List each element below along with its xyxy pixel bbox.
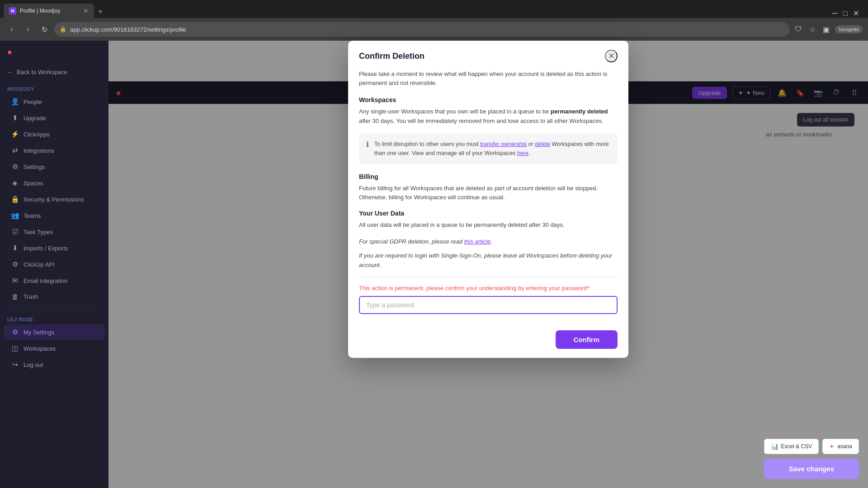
back-button[interactable]: ‹ xyxy=(5,23,18,36)
here-link[interactable]: here xyxy=(517,150,528,156)
password-label-text: This action is permanent, please confirm… xyxy=(359,285,587,291)
sidebar: ● ← Back to Workspace MOODJOY 👤 People ⬆… xyxy=(0,41,108,488)
trash-icon: 🗑 xyxy=(11,293,19,300)
tab-title: Profile | Moodjoy xyxy=(20,8,80,14)
save-changes-button[interactable]: Save changes xyxy=(764,459,859,479)
asana-icon: ✦ xyxy=(829,443,835,450)
logout-icon: ↪ xyxy=(11,361,19,369)
window-close-button[interactable]: ✕ xyxy=(853,9,859,18)
sidebar-item-task-types[interactable]: ☑ Task Types xyxy=(4,224,105,239)
email-icon: ✉ xyxy=(11,277,19,285)
userdata-section: Your User Data All user data will be pla… xyxy=(359,210,618,230)
integrations-icon: ⇄ xyxy=(11,146,19,155)
clickapps-icon: ⚡ xyxy=(11,130,19,138)
gdpr-article-link[interactable]: this article xyxy=(464,238,491,245)
sidebar-item-integrations[interactable]: ⇄ Integrations xyxy=(4,143,105,158)
password-section: This action is permanent, please confirm… xyxy=(359,285,618,314)
info-circle-icon: ℹ xyxy=(366,140,369,158)
minimize-button[interactable]: ─ xyxy=(832,9,838,18)
sidebar-item-label: ClickApps xyxy=(24,131,50,138)
new-tab-button[interactable]: + xyxy=(94,5,107,18)
tab-favicon: M xyxy=(9,7,16,14)
modal-footer: Confirm xyxy=(348,325,628,358)
sidebar-item-spaces[interactable]: ◈ Spaces xyxy=(4,175,105,191)
settings-icon: ⚙ xyxy=(11,163,19,171)
asana-button[interactable]: ✦ asana xyxy=(822,439,859,454)
required-mark: * xyxy=(587,285,589,291)
workspaces-text: Any single-user Workspaces that you own … xyxy=(359,107,618,126)
tab-bar: M Profile | Moodjoy ✕ + ─ □ ✕ xyxy=(0,0,868,18)
modal-header: Confirm Deletion ✕ xyxy=(348,41,628,70)
gdpr-text: For special GDPR deletion, please read t… xyxy=(359,237,618,247)
sidebar-item-workspaces[interactable]: ◫ Workspaces xyxy=(4,341,105,356)
asana-label: asana xyxy=(837,443,852,450)
transfer-ownership-link[interactable]: transfer ownership xyxy=(480,141,527,147)
billing-text: Future billing for all Workspaces that a… xyxy=(359,184,618,203)
sidebar-item-label: Imports / Exports xyxy=(24,245,68,252)
sidebar-item-label: Teams xyxy=(24,212,41,219)
excel-icon: 📊 xyxy=(771,443,778,450)
sidebar-item-label: Settings xyxy=(24,164,45,170)
forward-button[interactable]: › xyxy=(22,23,34,36)
upgrade-icon: ⬆ xyxy=(11,114,19,122)
shield-icon: 🛡 xyxy=(793,23,804,35)
sso-text: If you are required to login with Single… xyxy=(359,251,618,270)
tablet-icon[interactable]: ▣ xyxy=(821,23,831,36)
imports-icon: ⬇ xyxy=(11,244,19,252)
modal-intro-text: Please take a moment to review what will… xyxy=(359,70,618,87)
sidebar-item-label: Spaces xyxy=(24,180,43,187)
star-icon[interactable]: ☆ xyxy=(807,23,817,36)
modal-backdrop: Confirm Deletion ✕ Please take a moment … xyxy=(108,41,868,488)
modal-body: Please take a moment to review what will… xyxy=(348,70,628,325)
sidebar-item-trash[interactable]: 🗑 Trash xyxy=(4,289,105,304)
people-icon: 👤 xyxy=(11,98,19,106)
active-tab[interactable]: M Profile | Moodjoy ✕ xyxy=(4,4,94,18)
task-types-icon: ☑ xyxy=(11,228,19,236)
sidebar-item-people[interactable]: 👤 People xyxy=(4,94,105,109)
sidebar-item-security[interactable]: 🔒 Security & Permissions xyxy=(4,192,105,207)
reload-button[interactable]: ↻ xyxy=(38,23,51,36)
sidebar-item-upgrade[interactable]: ⬆ Upgrade xyxy=(4,110,105,126)
main-content: ● Upgrade ✦ ✦ New 🔔 🔖 📷 ⏱ ⠿ Log out all … xyxy=(108,41,868,488)
excel-csv-button[interactable]: 📊 Excel & CSV xyxy=(764,439,819,454)
sidebar-topbar: ● xyxy=(0,41,108,63)
floating-actions: 📊 Excel & CSV ✦ asana Save changes xyxy=(764,439,859,479)
password-input[interactable] xyxy=(359,296,618,314)
sidebar-item-settings[interactable]: ⚙ Settings xyxy=(4,159,105,174)
tab-close-button[interactable]: ✕ xyxy=(83,7,89,14)
modal-close-button[interactable]: ✕ xyxy=(605,50,618,62)
sidebar-item-logout[interactable]: ↪ Log out xyxy=(4,357,105,372)
sidebar-item-email[interactable]: ✉ Email Integration xyxy=(4,273,105,288)
back-arrow-icon: ← xyxy=(7,69,13,75)
browser-toolbar: ‹ › ↻ 🔒 app.clickup.com/9016163272/setti… xyxy=(0,18,868,41)
sidebar-divider xyxy=(7,308,101,309)
app-logo-icon: ● xyxy=(7,47,12,57)
sidebar-item-label: Workspaces xyxy=(24,345,56,352)
address-bar[interactable]: 🔒 app.clickup.com/9016163272/settings/pr… xyxy=(54,22,789,37)
userdata-text: All user data will be placed in a queue … xyxy=(359,221,618,230)
sidebar-item-clickapps[interactable]: ⚡ ClickApps xyxy=(4,127,105,142)
sidebar-item-label: Trash xyxy=(24,293,38,300)
incognito-badge: Incognito xyxy=(835,25,863,33)
sidebar-item-my-settings[interactable]: ⚙ My Settings xyxy=(4,324,105,340)
security-icon: 🔒 xyxy=(11,195,19,203)
sidebar-item-imports[interactable]: ⬇ Imports / Exports xyxy=(4,240,105,256)
browser-chrome: M Profile | Moodjoy ✕ + ─ □ ✕ ‹ › ↻ 🔒 ap… xyxy=(0,0,868,41)
maximize-button[interactable]: □ xyxy=(843,9,848,18)
user-section-title: LILY ROSE xyxy=(0,312,108,324)
delete-link[interactable]: delete xyxy=(535,141,550,147)
confirm-deletion-modal: Confirm Deletion ✕ Please take a moment … xyxy=(348,41,628,358)
excel-csv-label: Excel & CSV xyxy=(781,443,812,450)
back-to-workspace[interactable]: ← Back to Workspace xyxy=(0,63,108,81)
sidebar-item-api[interactable]: ⚙ ClickUp API xyxy=(4,257,105,272)
workspaces-icon: ◫ xyxy=(11,344,19,352)
bold-text: permanently deleted xyxy=(551,108,608,115)
modal-title: Confirm Deletion xyxy=(359,52,425,61)
workspaces-heading: Workspaces xyxy=(359,96,618,103)
sidebar-item-teams[interactable]: 👥 Teams xyxy=(4,208,105,223)
my-settings-icon: ⚙ xyxy=(11,328,19,336)
confirm-button[interactable]: Confirm xyxy=(556,330,618,349)
toolbar-actions: 🛡 ☆ ▣ Incognito xyxy=(793,23,863,36)
teams-icon: 👥 xyxy=(11,211,19,220)
sidebar-item-label: People xyxy=(24,99,42,105)
